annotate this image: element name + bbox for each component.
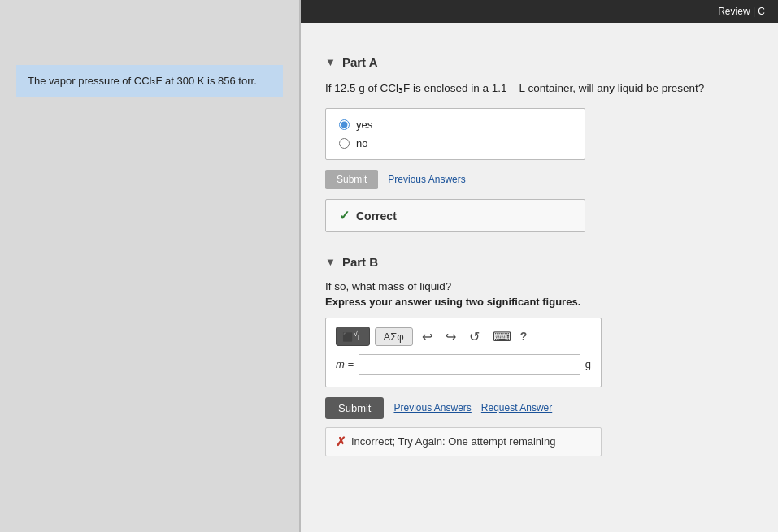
matrix-sqrt-icon: ⬛√□ bbox=[342, 330, 363, 343]
help-icon: ? bbox=[520, 330, 528, 343]
part-a-submit-row: Submit Previous Answers bbox=[325, 170, 754, 189]
keyboard-button[interactable]: ⌨ bbox=[489, 327, 515, 346]
undo-button[interactable]: ↩ bbox=[418, 327, 437, 346]
part-b-incorrect-banner: ✗ Incorrect; Try Again: One attempt rema… bbox=[325, 427, 602, 456]
part-a-radio-yes[interactable] bbox=[339, 119, 350, 130]
correct-check-icon: ✓ bbox=[339, 208, 350, 223]
sidebar: The vapor pressure of CCl₃F at 300 K is … bbox=[0, 0, 301, 532]
equation-unit: g bbox=[585, 358, 591, 370]
part-a-question: If 12.5 g of CCl₃F is enclosed in a 1.1 … bbox=[325, 80, 754, 97]
part-b-request-answer-link[interactable]: Request Answer bbox=[481, 402, 552, 413]
math-toolbar: ⬛√□ ΑΣφ ↩ ↪ ↺ ⌨ ? bbox=[336, 327, 591, 346]
keyboard-icon: ⌨ bbox=[493, 330, 511, 344]
part-a-no-label: no bbox=[356, 137, 367, 149]
part-a-answer-box: yes no bbox=[325, 108, 585, 160]
part-b-sub-question: Express your answer using two significan… bbox=[325, 296, 754, 308]
symbol-icon: ΑΣφ bbox=[384, 331, 404, 343]
undo-icon: ↩ bbox=[422, 330, 432, 344]
part-b-header[interactable]: ▼ Part B bbox=[325, 255, 754, 269]
redo-button[interactable]: ↪ bbox=[441, 327, 460, 346]
part-b-arrow-icon: ▼ bbox=[325, 256, 336, 268]
part-a-arrow-icon: ▼ bbox=[325, 56, 336, 68]
part-a-label: Part A bbox=[342, 55, 378, 69]
part-a-correct-label: Correct bbox=[356, 210, 397, 223]
refresh-button[interactable]: ↺ bbox=[465, 327, 484, 346]
part-a-yes-label: yes bbox=[356, 119, 372, 131]
equation-input[interactable] bbox=[359, 354, 580, 375]
part-a-option-yes[interactable]: yes bbox=[339, 119, 572, 131]
matrix-sqrt-button[interactable]: ⬛√□ bbox=[336, 327, 370, 346]
sidebar-info: The vapor pressure of CCl₃F at 300 K is … bbox=[16, 65, 283, 97]
part-a-option-no[interactable]: no bbox=[339, 137, 572, 149]
main-content: ▼ Part A If 12.5 g of CCl₃F is enclosed … bbox=[301, 23, 778, 532]
help-button[interactable]: ? bbox=[520, 330, 528, 343]
part-b-section: ▼ Part B If so, what mass of liquid? Exp… bbox=[325, 255, 754, 456]
redo-icon: ↪ bbox=[446, 330, 456, 344]
part-b-question: If so, what mass of liquid? bbox=[325, 280, 754, 292]
equation-label: m = bbox=[336, 358, 354, 370]
part-a-header[interactable]: ▼ Part A bbox=[325, 55, 754, 69]
part-a-radio-no[interactable] bbox=[339, 138, 350, 149]
part-a-section: ▼ Part A If 12.5 g of CCl₃F is enclosed … bbox=[325, 55, 754, 232]
part-a-submit-button[interactable]: Submit bbox=[325, 170, 378, 189]
part-b-submit-row: Submit Previous Answers Request Answer bbox=[325, 397, 754, 419]
part-b-submit-button[interactable]: Submit bbox=[325, 397, 384, 419]
refresh-icon: ↺ bbox=[469, 330, 480, 344]
part-b-label: Part B bbox=[342, 255, 378, 269]
equation-row: m = g bbox=[336, 354, 591, 375]
symbol-button[interactable]: ΑΣφ bbox=[375, 327, 413, 346]
part-a-correct-banner: ✓ Correct bbox=[325, 199, 585, 232]
review-link[interactable]: Review | C bbox=[718, 6, 765, 17]
part-b-incorrect-label: Incorrect; Try Again: One attempt remain… bbox=[351, 435, 555, 448]
part-b-previous-answers-link[interactable]: Previous Answers bbox=[393, 402, 471, 413]
incorrect-x-icon: ✗ bbox=[336, 435, 346, 449]
sidebar-info-text: The vapor pressure of CCl₃F at 300 K is … bbox=[28, 75, 257, 87]
part-b-input-box: ⬛√□ ΑΣφ ↩ ↪ ↺ ⌨ ? bbox=[325, 318, 602, 387]
part-a-previous-answers-link[interactable]: Previous Answers bbox=[388, 174, 465, 185]
